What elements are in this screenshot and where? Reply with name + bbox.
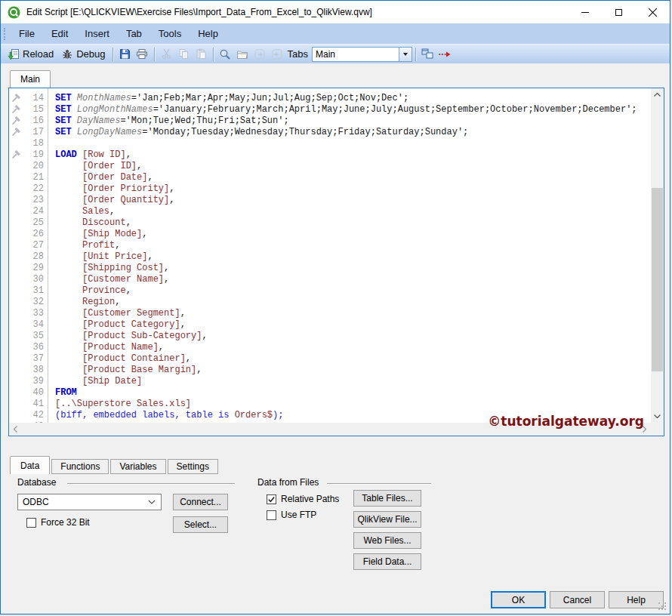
line-number: 16 xyxy=(23,116,44,127)
print-button[interactable] xyxy=(134,47,151,62)
window-title: Edit Script [E:\QLICKVIEW\Exercise Files… xyxy=(26,7,568,17)
vertical-scrollbar[interactable] xyxy=(651,88,664,423)
tab-functions[interactable]: Functions xyxy=(51,459,109,474)
cut-button[interactable] xyxy=(158,47,175,62)
ok-button[interactable]: OK xyxy=(491,591,546,608)
connect-button[interactable]: Connect... xyxy=(173,494,228,510)
scroll-left-button[interactable] xyxy=(9,423,22,436)
line-number: 18 xyxy=(23,138,44,149)
code-line: 19LOAD [Row ID], xyxy=(9,149,651,161)
tabs-label: Tabs xyxy=(288,48,308,60)
scroll-down-button[interactable] xyxy=(651,410,664,423)
find-button[interactable] xyxy=(217,47,234,62)
line-number: 36 xyxy=(23,342,44,353)
code-line: 14SET MonthNames='Jan;Feb;Mar;Apr;May;Ju… xyxy=(9,93,651,104)
tab-data[interactable]: Data xyxy=(10,456,50,474)
save-button[interactable] xyxy=(116,47,134,62)
relative-paths-label: Relative Paths xyxy=(281,494,339,504)
script-editor[interactable]: 14SET MonthNames='Jan;Feb;Mar;Apr;May;Ju… xyxy=(8,88,664,436)
hammer-icon xyxy=(9,127,23,138)
select-button[interactable]: Select... xyxy=(173,516,228,533)
resize-grip[interactable] xyxy=(658,602,667,611)
promote-tab-button[interactable] xyxy=(436,47,454,62)
line-number: 17 xyxy=(23,127,44,138)
relative-paths-checkbox[interactable]: Relative Paths xyxy=(267,494,339,504)
reload-button[interactable]: Reload xyxy=(4,47,57,62)
paste-button[interactable] xyxy=(193,47,210,62)
line-number: 15 xyxy=(23,104,44,116)
forward-button[interactable] xyxy=(269,47,286,62)
code-text: [..\Superstore Sales.xls] xyxy=(44,399,191,410)
code-line: 34 [Product Category], xyxy=(9,319,651,331)
line-number: 23 xyxy=(23,195,44,206)
maximize-button[interactable] xyxy=(602,1,636,23)
close-button[interactable] xyxy=(636,1,670,23)
code-text: [Shipping Cost], xyxy=(44,263,169,274)
toolbar-separator xyxy=(154,48,155,61)
code-lines: 14SET MonthNames='Jan;Feb;Mar;Apr;May;Ju… xyxy=(9,93,651,423)
code-line: 36 [Product Name], xyxy=(9,342,651,353)
chevron-down-icon xyxy=(143,500,161,504)
search-icon xyxy=(219,48,231,60)
line-number: 41 xyxy=(23,399,44,410)
open-folder-button[interactable] xyxy=(234,47,251,62)
merge-tab-button[interactable] xyxy=(419,47,436,62)
use-ftp-checkbox[interactable]: Use FTP xyxy=(267,510,316,520)
debug-button[interactable]: Debug xyxy=(57,47,109,62)
line-number: 26 xyxy=(23,229,44,240)
script-tab-main[interactable]: Main xyxy=(10,70,51,88)
menu-insert[interactable]: Insert xyxy=(76,23,118,44)
copy-button[interactable] xyxy=(175,47,193,62)
field-data-button[interactable]: Field Data... xyxy=(353,553,421,570)
vertical-scrollbar-thumb[interactable] xyxy=(652,188,663,371)
back-icon xyxy=(254,48,266,60)
tab-settings[interactable]: Settings xyxy=(168,459,218,474)
code-line: 35 [Product Sub-Category], xyxy=(9,331,651,342)
menu-file[interactable]: File xyxy=(11,23,43,44)
line-number: 34 xyxy=(23,319,44,331)
tabs-dropdown-button[interactable] xyxy=(399,48,412,61)
code-line: 39 [Ship Date] xyxy=(9,376,651,387)
code-text: [Ship Date] xyxy=(44,376,142,387)
tab-variables-label: Variables xyxy=(119,461,156,472)
help-button[interactable]: Help xyxy=(609,591,664,608)
files-group-line xyxy=(327,483,431,484)
code-text: [Customer Segment], xyxy=(44,308,186,319)
hammer-icon xyxy=(9,116,23,127)
menu-tools[interactable]: Tools xyxy=(150,23,190,44)
line-number: 39 xyxy=(23,376,44,387)
scroll-up-button[interactable] xyxy=(651,88,664,101)
close-icon xyxy=(648,8,658,17)
code-line: 26 [Ship Mode], xyxy=(9,229,651,240)
code-line: 38 [Product Base Margin], xyxy=(9,365,651,376)
line-number: 31 xyxy=(23,285,44,297)
qlikview-file-button[interactable]: QlikView File... xyxy=(353,511,421,528)
scrollbar-corner xyxy=(651,423,664,436)
code-text: [Product Base Margin], xyxy=(44,365,202,376)
code-line: 23 [Order Quantity], xyxy=(9,195,651,206)
reload-icon xyxy=(8,48,20,60)
toolbar-separator xyxy=(415,48,416,61)
web-files-button[interactable]: Web Files... xyxy=(353,532,421,549)
toolbar-separator xyxy=(213,48,214,61)
code-line: 21 [Order Date], xyxy=(9,172,651,183)
connect-button-label: Connect... xyxy=(180,497,221,507)
tab-variables[interactable]: Variables xyxy=(110,459,165,474)
tabs-dropdown[interactable]: Main xyxy=(312,47,412,62)
script-tab-label: Main xyxy=(20,74,40,85)
code-view[interactable]: 14SET MonthNames='Jan;Feb;Mar;Apr;May;Ju… xyxy=(9,88,651,423)
move-tab-icon xyxy=(438,50,452,59)
menu-help[interactable]: Help xyxy=(190,23,227,44)
table-files-button[interactable]: Table Files... xyxy=(353,490,421,507)
menu-edit[interactable]: Edit xyxy=(43,23,76,44)
code-line: 17SET LongDayNames='Monday;Tuesday;Wedne… xyxy=(9,127,651,138)
cancel-button[interactable]: Cancel xyxy=(550,591,605,608)
force-32bit-checkbox[interactable]: Force 32 Bit xyxy=(26,517,90,528)
code-line: 28 [Unit Price], xyxy=(9,251,651,263)
code-text: [Product Container], xyxy=(44,353,191,365)
menu-tab[interactable]: Tab xyxy=(118,23,150,44)
minimize-button[interactable] xyxy=(568,1,602,23)
back-button[interactable] xyxy=(251,47,269,62)
code-line: 16SET DayNames='Mon;Tue;Wed;Thu;Fri;Sat;… xyxy=(9,116,651,127)
database-select[interactable]: ODBC xyxy=(17,494,162,510)
